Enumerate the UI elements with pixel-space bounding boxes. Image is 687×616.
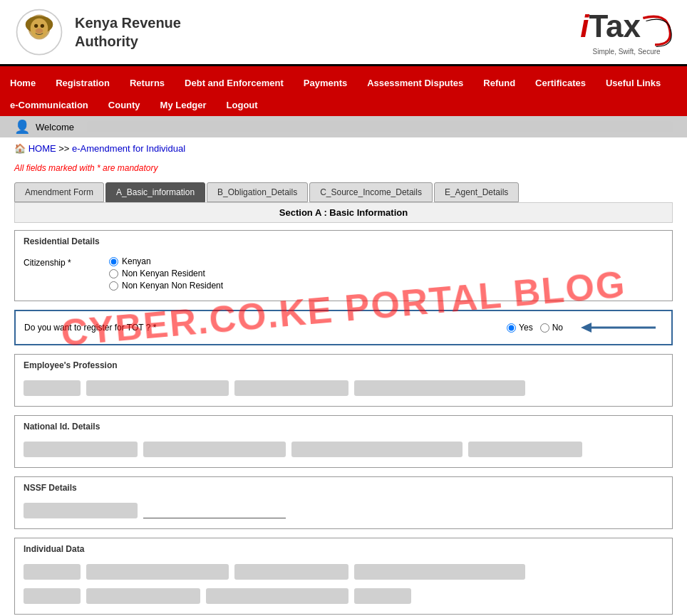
ind-field-5	[24, 588, 81, 604]
nid-field-3	[291, 442, 463, 457]
residential-details-section: Residential Details Citizenship * Kenyan…	[14, 230, 673, 301]
header-left: Kenya Revenue Authority	[14, 7, 181, 57]
profession-row-1	[24, 376, 663, 400]
citizenship-options: Kenyan Non Kenyan Resident Non Kenyan No…	[109, 256, 223, 291]
tot-row: Do you want to register for TOT ? * Yes …	[14, 310, 673, 345]
header: Kenya Revenue Authority i Tax Simple, Sw…	[0, 0, 687, 66]
profession-field-2	[86, 380, 229, 396]
tab-basic[interactable]: A_Basic_information	[105, 182, 205, 202]
tot-options: Yes No	[507, 323, 563, 333]
citizenship-row: Citizenship * Kenyan Non Kenyan Resident…	[24, 252, 663, 295]
nav-row-2: e-Communication County My Ledger Logout	[0, 94, 687, 116]
individual-row-1	[24, 560, 663, 584]
tab-obligation[interactable]: B_Obligation_Details	[207, 182, 308, 202]
ind-field-6	[86, 588, 200, 604]
nssf-row-1	[24, 498, 663, 523]
nav-certificates[interactable]: Certificates	[525, 72, 596, 94]
nav-disputes[interactable]: Assessment Disputes	[357, 72, 473, 94]
itax-tax: Tax	[589, 9, 641, 44]
ind-field-3	[234, 564, 348, 580]
welcome-text: Welcome	[36, 122, 74, 132]
itax-logo: i Tax Simple, Swift, Secure	[580, 9, 673, 56]
tab-source[interactable]: C_Source_Income_Details	[309, 182, 433, 202]
nssf-field-1	[24, 503, 138, 518]
nav-row-1: Home Registration Returns Debt and Enfor…	[0, 72, 687, 94]
breadcrumb-current: e-Amendment for Individual	[72, 143, 185, 154]
national-id-section: National Id. Details	[14, 415, 673, 468]
citizenship-nkr-label: Non Kenyan Resident	[122, 268, 205, 278]
tot-yes-radio[interactable]	[507, 323, 516, 333]
breadcrumb-home[interactable]: HOME	[29, 143, 56, 154]
nav-ecomm[interactable]: e-Communication	[0, 94, 98, 116]
home-icon: 🏠	[14, 143, 26, 154]
kra-title: Kenya Revenue Authority	[75, 14, 181, 51]
nav-home[interactable]: Home	[0, 72, 46, 94]
tab-amendment[interactable]: Amendment Form	[14, 182, 104, 202]
nav-debt[interactable]: Debt and Enforcement	[175, 72, 294, 94]
kra-logo	[14, 7, 64, 57]
ind-field-2	[86, 564, 229, 580]
ind-field-8	[354, 588, 411, 604]
ind-field-7	[206, 588, 348, 604]
welcome-bar: 👤 Welcome	[0, 116, 687, 137]
nav-county[interactable]: County	[98, 94, 150, 116]
itax-tagline: Simple, Swift, Secure	[593, 48, 661, 56]
tot-controls: Yes No	[507, 317, 663, 338]
citizenship-nknr-label: Non Kenyan Non Resident	[122, 281, 223, 291]
citizenship-kenyan[interactable]: Kenyan	[109, 256, 223, 266]
user-icon: 👤	[14, 119, 30, 135]
tab-agent[interactable]: E_Agent_Details	[434, 182, 519, 202]
svg-point-5	[41, 24, 44, 28]
breadcrumb-separator: >>	[58, 143, 69, 154]
nid-field-2	[143, 442, 286, 457]
section-a-header: Section A : Basic Information	[14, 202, 673, 223]
profession-field-1	[24, 380, 81, 396]
national-id-row-1	[24, 437, 663, 461]
citizenship-nknr-radio[interactable]	[109, 281, 118, 291]
nssf-section: NSSF Details	[14, 476, 673, 529]
nav-links[interactable]: Useful Links	[596, 72, 671, 94]
ind-field-4	[354, 564, 525, 580]
citizenship-nknr[interactable]: Non Kenyan Non Resident	[109, 281, 223, 291]
citizenship-nkr[interactable]: Non Kenyan Resident	[109, 268, 223, 278]
tot-yes-label[interactable]: Yes	[507, 323, 533, 333]
profession-legend: Employee's Profession	[24, 360, 663, 370]
itax-swoosh-icon	[637, 12, 673, 48]
breadcrumb: 🏠 HOME >> e-Amendment for Individual	[0, 137, 687, 160]
tot-arrow-icon	[577, 317, 663, 338]
nav-ledger[interactable]: My Ledger	[150, 94, 217, 116]
form-area: Residential Details Citizenship * Kenyan…	[0, 223, 687, 616]
tot-no-radio[interactable]	[540, 323, 549, 333]
nid-field-4	[468, 442, 582, 457]
nav-bar: Home Registration Returns Debt and Enfor…	[0, 72, 687, 116]
profession-section: Employee's Profession	[14, 354, 673, 407]
citizenship-nkr-radio[interactable]	[109, 269, 118, 278]
itax-i: i	[580, 9, 589, 44]
tabs-bar: Amendment Form A_Basic_information B_Obl…	[0, 177, 687, 202]
main-content: 🏠 HOME >> e-Amendment for Individual All…	[0, 137, 687, 616]
individual-data-section: Individual Data	[14, 538, 673, 615]
nssf-legend: NSSF Details	[24, 483, 663, 493]
red-stripe	[0, 66, 687, 72]
national-id-legend: National Id. Details	[24, 422, 663, 432]
tot-no-text: No	[552, 323, 563, 333]
residential-legend: Residential Details	[24, 236, 663, 246]
nav-logout[interactable]: Logout	[217, 94, 268, 116]
individual-row-2	[24, 584, 663, 608]
nav-payments[interactable]: Payments	[294, 72, 357, 94]
nssf-field-2	[143, 503, 286, 518]
svg-point-4	[34, 24, 38, 28]
nav-registration[interactable]: Registration	[46, 72, 120, 94]
individual-data-legend: Individual Data	[24, 544, 663, 554]
nav-returns[interactable]: Returns	[120, 72, 175, 94]
profession-field-4	[354, 380, 525, 396]
tot-no-label[interactable]: No	[540, 323, 563, 333]
tot-yes-text: Yes	[519, 323, 533, 333]
ind-field-1	[24, 564, 81, 580]
citizenship-kenyan-radio[interactable]	[109, 257, 118, 266]
profession-field-3	[234, 380, 348, 396]
svg-marker-8	[581, 323, 592, 333]
mandatory-note: All fields marked with * are mandatory	[0, 160, 687, 177]
svg-point-6	[36, 28, 43, 33]
nav-refund[interactable]: Refund	[473, 72, 525, 94]
